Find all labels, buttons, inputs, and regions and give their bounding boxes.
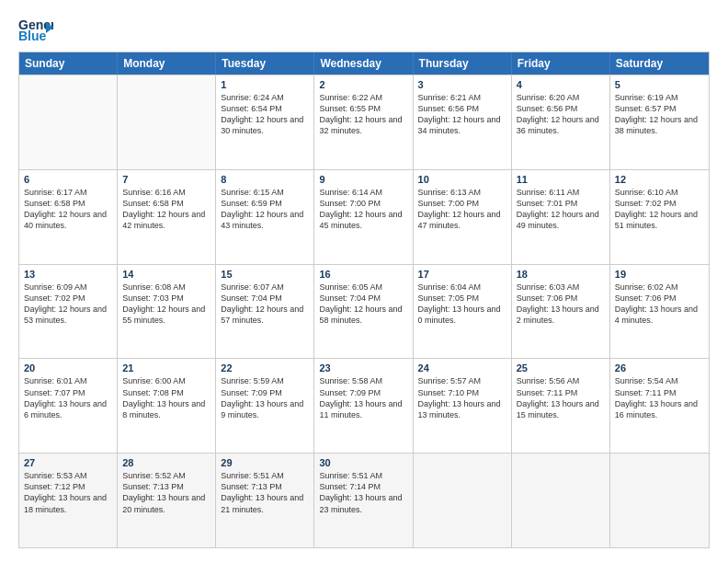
calendar-cell: 22Sunrise: 5:59 AMSunset: 7:09 PMDayligh… — [216, 359, 314, 453]
calendar-cell: 21Sunrise: 6:00 AMSunset: 7:08 PMDayligh… — [118, 359, 216, 453]
day-number: 1 — [221, 79, 309, 90]
day-number: 28 — [122, 457, 210, 468]
page: General Blue SundayMondayTuesdayWednesda… — [0, 0, 728, 563]
calendar-cell: 14Sunrise: 6:08 AMSunset: 7:03 PMDayligh… — [118, 265, 216, 359]
calendar-cell: 26Sunrise: 5:54 AMSunset: 7:11 PMDayligh… — [610, 359, 709, 453]
day-number: 7 — [122, 174, 210, 185]
cell-info: Sunrise: 6:02 AMSunset: 7:06 PMDaylight:… — [615, 282, 704, 327]
day-number: 24 — [418, 362, 506, 373]
day-number: 16 — [319, 269, 407, 280]
cell-info: Sunrise: 6:19 AMSunset: 6:57 PMDaylight:… — [615, 92, 704, 137]
day-number: 3 — [418, 79, 506, 90]
calendar-cell: 30Sunrise: 5:51 AMSunset: 7:14 PMDayligh… — [314, 454, 413, 547]
calendar-cell: 1Sunrise: 6:24 AMSunset: 6:54 PMDaylight… — [216, 75, 314, 169]
calendar-cell: 29Sunrise: 5:51 AMSunset: 7:13 PMDayligh… — [216, 454, 314, 547]
cell-info: Sunrise: 5:59 AMSunset: 7:09 PMDaylight:… — [221, 375, 309, 420]
calendar-row: 13Sunrise: 6:09 AMSunset: 7:02 PMDayligh… — [19, 264, 709, 359]
weekday-header: Wednesday — [314, 52, 413, 75]
day-number: 10 — [418, 174, 506, 185]
calendar-cell — [414, 454, 512, 547]
cell-info: Sunrise: 5:58 AMSunset: 7:09 PMDaylight:… — [319, 375, 407, 420]
calendar-cell: 18Sunrise: 6:03 AMSunset: 7:06 PMDayligh… — [512, 265, 610, 359]
cell-info: Sunrise: 6:00 AMSunset: 7:08 PMDaylight:… — [122, 375, 210, 420]
cell-info: Sunrise: 6:14 AMSunset: 7:00 PMDaylight:… — [319, 187, 407, 232]
cell-info: Sunrise: 6:11 AMSunset: 7:01 PMDaylight:… — [517, 187, 605, 232]
weekday-header: Saturday — [610, 52, 709, 75]
calendar-cell: 11Sunrise: 6:11 AMSunset: 7:01 PMDayligh… — [512, 170, 610, 264]
weekday-header: Monday — [118, 52, 216, 75]
day-number: 19 — [615, 269, 704, 280]
calendar-cell: 25Sunrise: 5:56 AMSunset: 7:11 PMDayligh… — [512, 359, 610, 453]
day-number: 23 — [319, 362, 407, 373]
calendar-body: 1Sunrise: 6:24 AMSunset: 6:54 PMDaylight… — [19, 75, 709, 547]
day-number: 8 — [221, 174, 309, 185]
cell-info: Sunrise: 6:20 AMSunset: 6:56 PMDaylight:… — [517, 92, 605, 137]
calendar-cell: 28Sunrise: 5:52 AMSunset: 7:13 PMDayligh… — [118, 454, 216, 547]
cell-info: Sunrise: 5:56 AMSunset: 7:11 PMDaylight:… — [517, 375, 605, 420]
calendar-cell: 23Sunrise: 5:58 AMSunset: 7:09 PMDayligh… — [314, 359, 413, 453]
cell-info: Sunrise: 6:24 AMSunset: 6:54 PMDaylight:… — [221, 92, 309, 137]
logo: General Blue — [18, 15, 53, 42]
calendar-row: 20Sunrise: 6:01 AMSunset: 7:07 PMDayligh… — [19, 358, 709, 453]
calendar-row: 1Sunrise: 6:24 AMSunset: 6:54 PMDaylight… — [19, 75, 709, 169]
calendar-cell: 3Sunrise: 6:21 AMSunset: 6:56 PMDaylight… — [414, 75, 512, 169]
day-number: 30 — [319, 457, 407, 468]
cell-info: Sunrise: 6:13 AMSunset: 7:00 PMDaylight:… — [418, 187, 506, 232]
calendar-cell: 24Sunrise: 5:57 AMSunset: 7:10 PMDayligh… — [414, 359, 512, 453]
cell-info: Sunrise: 5:53 AMSunset: 7:12 PMDaylight:… — [24, 470, 112, 515]
calendar-cell: 12Sunrise: 6:10 AMSunset: 7:02 PMDayligh… — [610, 170, 709, 264]
day-number: 13 — [24, 269, 112, 280]
day-number: 12 — [615, 174, 704, 185]
cell-info: Sunrise: 6:01 AMSunset: 7:07 PMDaylight:… — [24, 375, 112, 420]
calendar-cell — [19, 75, 118, 169]
weekday-header: Friday — [512, 52, 610, 75]
header: General Blue — [18, 15, 710, 42]
calendar-row: 27Sunrise: 5:53 AMSunset: 7:12 PMDayligh… — [19, 453, 709, 547]
calendar-cell: 5Sunrise: 6:19 AMSunset: 6:57 PMDaylight… — [610, 75, 709, 169]
cell-info: Sunrise: 6:16 AMSunset: 6:58 PMDaylight:… — [122, 187, 210, 232]
day-number: 29 — [221, 457, 309, 468]
cell-info: Sunrise: 6:21 AMSunset: 6:56 PMDaylight:… — [418, 92, 506, 137]
day-number: 22 — [221, 362, 309, 373]
calendar-header: SundayMondayTuesdayWednesdayThursdayFrid… — [19, 52, 709, 75]
day-number: 2 — [319, 79, 407, 90]
calendar-cell: 6Sunrise: 6:17 AMSunset: 6:58 PMDaylight… — [19, 170, 118, 264]
day-number: 18 — [517, 269, 605, 280]
cell-info: Sunrise: 6:10 AMSunset: 7:02 PMDaylight:… — [615, 187, 704, 232]
cell-info: Sunrise: 5:54 AMSunset: 7:11 PMDaylight:… — [615, 375, 704, 420]
calendar-cell: 2Sunrise: 6:22 AMSunset: 6:55 PMDaylight… — [314, 75, 413, 169]
cell-info: Sunrise: 6:04 AMSunset: 7:05 PMDaylight:… — [418, 282, 506, 327]
calendar-cell: 27Sunrise: 5:53 AMSunset: 7:12 PMDayligh… — [19, 454, 118, 547]
calendar: SundayMondayTuesdayWednesdayThursdayFrid… — [18, 52, 710, 548]
logo-icon: General Blue — [18, 15, 53, 42]
calendar-row: 6Sunrise: 6:17 AMSunset: 6:58 PMDaylight… — [19, 169, 709, 264]
cell-info: Sunrise: 5:51 AMSunset: 7:14 PMDaylight:… — [319, 470, 407, 515]
calendar-cell: 8Sunrise: 6:15 AMSunset: 6:59 PMDaylight… — [216, 170, 314, 264]
day-number: 21 — [122, 362, 210, 373]
cell-info: Sunrise: 6:03 AMSunset: 7:06 PMDaylight:… — [517, 282, 605, 327]
day-number: 5 — [615, 79, 704, 90]
day-number: 20 — [24, 362, 112, 373]
calendar-cell: 19Sunrise: 6:02 AMSunset: 7:06 PMDayligh… — [610, 265, 709, 359]
day-number: 9 — [319, 174, 407, 185]
calendar-cell — [118, 75, 216, 169]
cell-info: Sunrise: 5:57 AMSunset: 7:10 PMDaylight:… — [418, 375, 506, 420]
day-number: 4 — [517, 79, 605, 90]
cell-info: Sunrise: 6:22 AMSunset: 6:55 PMDaylight:… — [319, 92, 407, 137]
weekday-header: Tuesday — [216, 52, 314, 75]
cell-info: Sunrise: 6:08 AMSunset: 7:03 PMDaylight:… — [122, 282, 210, 327]
day-number: 6 — [24, 174, 112, 185]
cell-info: Sunrise: 5:52 AMSunset: 7:13 PMDaylight:… — [122, 470, 210, 515]
calendar-cell: 17Sunrise: 6:04 AMSunset: 7:05 PMDayligh… — [414, 265, 512, 359]
cell-info: Sunrise: 6:05 AMSunset: 7:04 PMDaylight:… — [319, 282, 407, 327]
calendar-cell: 20Sunrise: 6:01 AMSunset: 7:07 PMDayligh… — [19, 359, 118, 453]
svg-text:Blue: Blue — [18, 29, 47, 42]
day-number: 25 — [517, 362, 605, 373]
calendar-cell: 4Sunrise: 6:20 AMSunset: 6:56 PMDaylight… — [512, 75, 610, 169]
day-number: 15 — [221, 269, 309, 280]
calendar-cell: 7Sunrise: 6:16 AMSunset: 6:58 PMDaylight… — [118, 170, 216, 264]
day-number: 26 — [615, 362, 704, 373]
cell-info: Sunrise: 6:17 AMSunset: 6:58 PMDaylight:… — [24, 187, 112, 232]
calendar-cell: 13Sunrise: 6:09 AMSunset: 7:02 PMDayligh… — [19, 265, 118, 359]
day-number: 17 — [418, 269, 506, 280]
